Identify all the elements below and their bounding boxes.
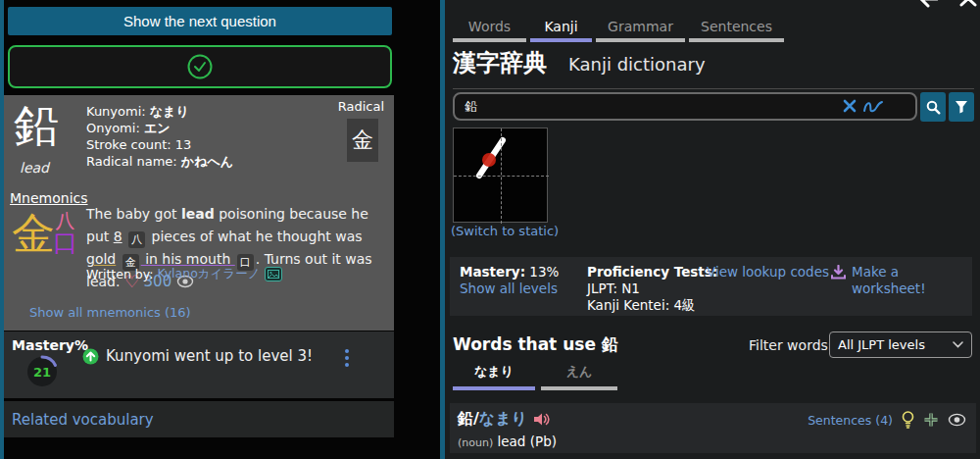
mnemonic-drawing: 金 八 口 [12,211,77,255]
dictionary-tabs: Words Kanji Grammar Sentences [453,19,784,42]
reading-tabs: なまり えん [453,363,617,390]
lookup-column: View lookup codes [707,264,829,280]
search-bar [453,92,974,122]
kanji-details: Kunyomi: なまり Onyomi: エン Stroke count: 13… [86,103,233,170]
proficiency-column: Proficiency Tests: JLPT: N1 Kanji Kentei… [587,264,717,314]
words-that-use-heading: Words that use 鉛 [453,333,618,356]
correct-answer-box [8,45,392,88]
add-word-icon[interactable] [923,412,939,428]
filter-words-label: Filter words: [749,337,833,353]
kanji-info-card: 鉛 lead Kunyomi: なまり Onyomi: エン Stroke co… [4,95,394,331]
stroke-order-animation[interactable] [453,128,548,223]
view-lookup-codes-link[interactable]: View lookup codes [707,264,829,280]
check-circle-icon [186,53,214,80]
show-all-levels-link[interactable]: Show all levels [460,280,559,297]
back-arrow-icon[interactable] [917,0,941,11]
word-entry-actions: Sentences (4) [808,411,966,429]
tab-sentences[interactable]: Sentences [689,19,784,42]
kanji-character: 鉛 [14,101,59,151]
kanji-stats-panel: Mastery: 13% Show all levels Proficiency… [450,257,972,316]
mastery-percent-label: Mastery% [12,337,88,353]
kanji-dictionary-panel: Words Kanji Grammar Sentences 漢字辞典 Kanji… [445,0,980,459]
author-link[interactable]: Kylanoカイラーノ [157,266,260,282]
sentences-link[interactable]: Sentences (4) [808,413,893,428]
download-icon [830,265,847,280]
mnemonic-purple-part: 口 [53,230,77,255]
reading-tab-en[interactable]: えん [541,363,617,390]
reading-tab-namari[interactable]: なまり [453,363,535,390]
mastery-column: Mastery: 13% Show all levels [460,264,559,297]
grid-horizontal-line [454,176,549,177]
chevron-down-icon [953,341,963,348]
level-up-message: Kunyomi went up to level 3! [82,347,313,365]
related-vocabulary-link[interactable]: Related vocabulary [12,411,154,429]
radical-label: Radical [338,99,384,114]
kunyomi-line: Kunyomi: なまり [86,103,233,120]
tab-grammar[interactable]: Grammar [596,19,685,42]
level-up-icon [82,348,99,365]
kanji-meaning: lead [20,160,49,176]
word-entry-row: 鉛/なまり (noun) lead (Pb) Sentences (4) [450,403,976,453]
radical-character-box[interactable]: 金 [347,119,378,162]
audio-speaker-icon[interactable] [533,412,551,427]
close-icon[interactable] [958,0,978,9]
mastery-progress-ring: 21 [25,355,59,388]
filter-funnel-icon [955,100,968,114]
kanji-kentei-level: Kanji Kentei: 4級 [587,297,717,314]
search-button[interactable] [920,92,946,122]
show-all-mnemonics-link[interactable]: Show all mnemonics (16) [29,305,191,320]
clear-search-icon[interactable] [843,99,857,113]
word-reading: なまり [479,409,527,428]
page-title: 漢字辞典 Kanji dictionary [453,47,974,89]
title-japanese: 漢字辞典 [453,47,547,78]
worksheet-column: Make a worksheet! [830,264,948,297]
mastery-section: Mastery% 21 Kunyomi went up to level 3! [4,332,394,398]
mnemonic-gold-part: 金 [12,212,55,255]
related-vocabulary-section: Related vocabulary [4,401,394,437]
handwriting-input-icon[interactable] [862,98,884,114]
written-by-row: Written by: Kylanoカイラーノ [86,266,282,282]
mastery-percent-value: 21 [25,355,59,388]
onyomi-line: Onyomi: エン [86,120,233,136]
mnemonic-pink-part: 八 [56,211,75,230]
mnemonic-image-icon[interactable] [265,267,282,281]
lightbulb-icon[interactable] [902,411,914,429]
tab-words[interactable]: Words [453,19,526,42]
jlpt-level: JLPT: N1 [587,280,717,297]
switch-to-static-link[interactable]: (Switch to static) [451,224,559,238]
search-icon [926,100,941,115]
word-kanji: 鉛 [458,409,473,428]
title-english: Kanji dictionary [568,54,706,75]
mastery-menu-button[interactable] [341,345,353,371]
mnemonics-heading: Mnemonics [10,190,88,206]
show-next-question-button[interactable]: Show the next question [8,7,392,35]
word-definition: (noun) lead (Pb) [458,434,557,449]
make-worksheet-link[interactable]: Make a worksheet! [852,264,948,297]
word-headline: 鉛/なまり [458,409,551,430]
kanji-chip-eight[interactable]: 八 [128,231,145,248]
jlpt-filter-select[interactable]: All JLPT levels [829,332,972,358]
filter-button[interactable] [949,92,974,122]
tab-kanji[interactable]: Kanji [530,19,592,42]
radical-name-line: Radical name: かねへん [86,153,233,170]
hide-word-eye-icon[interactable] [948,413,966,427]
stroke-count-line: Stroke count: 13 [86,136,233,153]
